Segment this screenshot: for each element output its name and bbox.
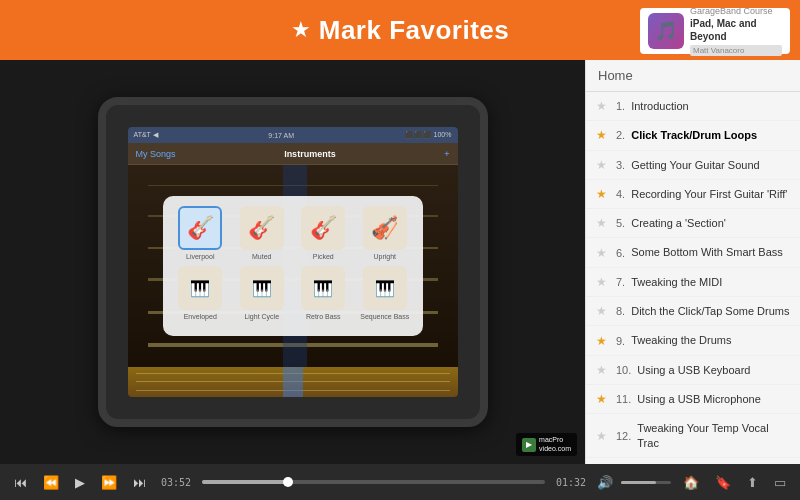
instrument-picked-img: 🎸 <box>301 206 345 250</box>
sidebar-item-label: Introduction <box>631 99 688 113</box>
instrument-retro-bass[interactable]: 🎹 Retro Bass <box>296 266 352 320</box>
sidebar-item[interactable]: ★7.Tweaking the MIDI <box>586 268 800 297</box>
ipad-statusbar: AT&T ◀ 9:17 AM ⬛⬛⬛ 100% <box>128 127 458 143</box>
fretboard <box>128 367 458 397</box>
sidebar: Home ★1.Introduction★2.Click Track/Drum … <box>585 60 800 464</box>
header-title: Mark Favorites <box>319 15 510 46</box>
instrument-picked[interactable]: 🎸 Picked <box>296 206 352 260</box>
play-pause-button[interactable]: ▶ <box>71 473 89 492</box>
time-elapsed: 03:52 <box>158 477 194 488</box>
sidebar-item-label: Getting Your Guitar Sound <box>631 158 759 172</box>
sidebar-star-icon: ★ <box>596 392 610 406</box>
sidebar-star-icon: ★ <box>596 128 610 142</box>
sidebar-item-label: Tweaking the Drums <box>631 333 731 347</box>
step-forward-button[interactable]: ⏩ <box>97 473 121 492</box>
course-badge-icon: 🎵 <box>648 13 684 49</box>
sidebar-item-label: Some Bottom With Smart Bass <box>631 245 783 259</box>
sidebar-star-icon: ★ <box>596 429 610 443</box>
instrument-sequence-bass-img: 🎹 <box>363 266 407 310</box>
fret-highlight <box>283 367 303 397</box>
sidebar-item[interactable]: ★9.Tweaking the Drums <box>586 326 800 355</box>
instrument-sequence-bass[interactable]: 🎹 Sequence Bass <box>357 266 413 320</box>
instrument-liverpool-img: 🎸 <box>178 206 222 250</box>
progress-bar-fill <box>202 480 288 484</box>
sidebar-star-icon: ★ <box>596 216 610 230</box>
sidebar-star-icon: ★ <box>596 246 610 260</box>
instrument-muted[interactable]: 🎸 Muted <box>234 206 290 260</box>
sidebar-star-icon: ★ <box>596 363 610 377</box>
bookmark-button[interactable]: 🔖 <box>711 473 735 492</box>
progress-dot <box>283 477 293 487</box>
sidebar-item[interactable]: ★10.Using a USB Keyboard <box>586 356 800 385</box>
ipad-modal-box: 🎸 Liverpool 🎸 Muted 🎸 Picked <box>163 196 423 336</box>
ipad-screen: AT&T ◀ 9:17 AM ⬛⬛⬛ 100% My Songs Instrum… <box>128 127 458 397</box>
instrument-enveloped[interactable]: 🎹 Enveloped <box>173 266 229 320</box>
ipad-guitar-content: 🎸 Liverpool 🎸 Muted 🎸 Picked <box>128 165 458 367</box>
sidebar-item[interactable]: ★5.Creating a 'Section' <box>586 209 800 238</box>
sidebar-home[interactable]: Home <box>586 60 800 92</box>
controls-bar: ⏮ ⏪ ▶ ⏩ ⏭ 03:52 01:32 🔊 🏠 🔖 ⬆ ▭ <box>0 464 800 500</box>
mpv-logo-icon: ▶ <box>522 438 536 452</box>
volume-bar[interactable] <box>621 481 671 484</box>
sidebar-star-icon: ★ <box>596 187 610 201</box>
sidebar-item[interactable]: ★12.Tweaking Your Temp Vocal Trac <box>586 414 800 458</box>
instrument-retro-bass-img: 🎹 <box>301 266 345 310</box>
sidebar-item-label: Click Track/Drum Loops <box>631 128 757 142</box>
instrument-upright[interactable]: 🎻 Upright <box>357 206 413 260</box>
step-back-button[interactable]: ⏪ <box>39 473 63 492</box>
sidebar-star-icon: ★ <box>596 158 610 172</box>
airplay-button[interactable]: ▭ <box>770 473 790 492</box>
header: ★ Mark Favorites 🎵 GarageBand Course iPa… <box>0 0 800 60</box>
sidebar-item-label: Tweaking Your Temp Vocal Trac <box>637 421 790 450</box>
time-remaining: 01:32 <box>553 477 589 488</box>
video-area: AT&T ◀ 9:17 AM ⬛⬛⬛ 100% My Songs Instrum… <box>0 60 585 464</box>
sidebar-star-icon: ★ <box>596 99 610 113</box>
share-button[interactable]: ⬆ <box>743 473 762 492</box>
instrument-light-cycle-img: 🎹 <box>240 266 284 310</box>
ipad-modal-grid: 🎸 Liverpool 🎸 Muted 🎸 Picked <box>173 206 413 320</box>
header-star: ★ <box>291 17 311 43</box>
macprovideo-logo: ▶ macProvideo.com <box>516 433 577 456</box>
rewind-start-button[interactable]: ⏮ <box>10 473 31 492</box>
home-button[interactable]: 🏠 <box>679 473 703 492</box>
sidebar-item[interactable]: ★2.Click Track/Drum Loops <box>586 121 800 150</box>
sidebar-item-label: Using a USB Microphone <box>637 392 761 406</box>
volume-icon[interactable]: 🔊 <box>597 475 613 490</box>
ipad-instrument-modal: 🎸 Liverpool 🎸 Muted 🎸 Picked <box>128 165 458 367</box>
instrument-upright-img: 🎻 <box>363 206 407 250</box>
instrument-liverpool[interactable]: 🎸 Liverpool <box>173 206 229 260</box>
sidebar-item-label: Ditch the Click/Tap Some Drums <box>631 304 789 318</box>
ipad-device: AT&T ◀ 9:17 AM ⬛⬛⬛ 100% My Songs Instrum… <box>98 97 488 427</box>
sidebar-item-label: Recording Your First Guitar 'Riff' <box>631 187 787 201</box>
instrument-enveloped-img: 🎹 <box>178 266 222 310</box>
sidebar-item-label: Using a USB Keyboard <box>637 363 750 377</box>
sidebar-item-label: Creating a 'Section' <box>631 216 726 230</box>
sidebar-item[interactable]: ★1.Introduction <box>586 92 800 121</box>
sidebar-items-container: ★1.Introduction★2.Click Track/Drum Loops… <box>586 92 800 464</box>
sidebar-item[interactable]: ★6.Some Bottom With Smart Bass <box>586 238 800 267</box>
sidebar-star-icon: ★ <box>596 304 610 318</box>
sidebar-star-icon: ★ <box>596 334 610 348</box>
sidebar-item[interactable]: ★4.Recording Your First Guitar 'Riff' <box>586 180 800 209</box>
instrument-muted-img: 🎸 <box>240 206 284 250</box>
fast-forward-button[interactable]: ⏭ <box>129 473 150 492</box>
main-area: AT&T ◀ 9:17 AM ⬛⬛⬛ 100% My Songs Instrum… <box>0 60 800 464</box>
sidebar-item[interactable]: ★8.Ditch the Click/Tap Some Drums <box>586 297 800 326</box>
volume-fill <box>621 481 656 484</box>
instrument-light-cycle[interactable]: 🎹 Light Cycle <box>234 266 290 320</box>
sidebar-item[interactable]: ★11.Using a USB Microphone <box>586 385 800 414</box>
sidebar-star-icon: ★ <box>596 275 610 289</box>
sidebar-item[interactable]: ★3.Getting Your Guitar Sound <box>586 151 800 180</box>
course-badge-text: GarageBand Course iPad, Mac and Beyond M… <box>690 6 782 56</box>
progress-bar[interactable] <box>202 480 545 484</box>
sidebar-item-label: Tweaking the MIDI <box>631 275 722 289</box>
course-badge[interactable]: 🎵 GarageBand Course iPad, Mac and Beyond… <box>640 8 790 54</box>
ipad-appbar: My Songs Instruments + <box>128 143 458 165</box>
